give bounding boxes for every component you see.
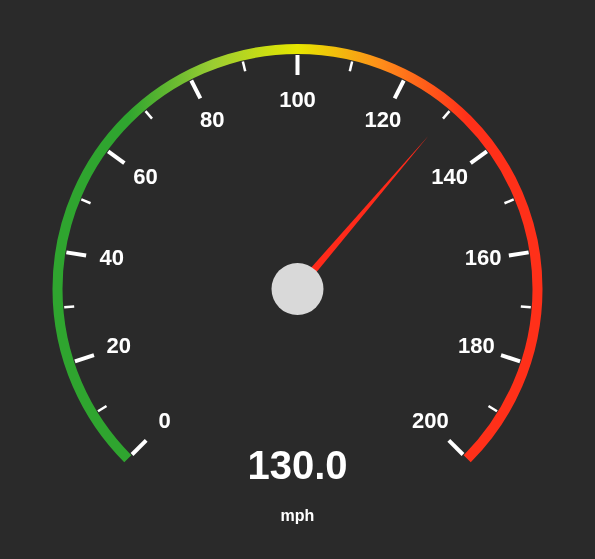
major-tick [75, 355, 94, 361]
minor-tick [146, 111, 152, 119]
minor-tick [243, 61, 245, 71]
major-tick [449, 440, 463, 454]
minor-tick [488, 406, 497, 411]
minor-tick [350, 61, 352, 71]
major-tick [66, 252, 86, 255]
major-tick [132, 440, 146, 454]
tick-label: 160 [465, 245, 502, 270]
gauge-hub [272, 263, 324, 315]
major-tick [108, 151, 124, 163]
gauge-value: 130.0 [247, 443, 347, 487]
major-tick [501, 355, 520, 361]
major-tick [191, 81, 200, 99]
tick-label: 120 [364, 107, 401, 132]
tick-label: 140 [431, 164, 468, 189]
gauge-unit: mph [281, 507, 315, 524]
tick-label: 200 [412, 408, 449, 433]
tick-label: 180 [458, 333, 495, 358]
needle [294, 135, 428, 291]
minor-tick [521, 307, 531, 308]
tick-label: 20 [106, 333, 130, 358]
minor-tick [443, 111, 449, 119]
major-tick [471, 151, 487, 163]
tick-label: 0 [158, 408, 170, 433]
tick-label: 40 [100, 245, 124, 270]
tick-label: 100 [279, 87, 316, 112]
gauge-needle [294, 135, 428, 291]
major-tick [509, 252, 529, 255]
gauge-svg: 020406080100120140160180200 130.0 mph [0, 0, 595, 559]
tick-label: 80 [200, 107, 224, 132]
gauge-tick-labels: 020406080100120140160180200 [100, 87, 502, 433]
speedometer-gauge: 020406080100120140160180200 130.0 mph [0, 0, 595, 559]
minor-tick [504, 199, 513, 203]
tick-label: 60 [133, 164, 157, 189]
major-tick [395, 81, 404, 99]
minor-tick [64, 307, 74, 308]
minor-tick [81, 199, 90, 203]
minor-tick [98, 406, 107, 411]
